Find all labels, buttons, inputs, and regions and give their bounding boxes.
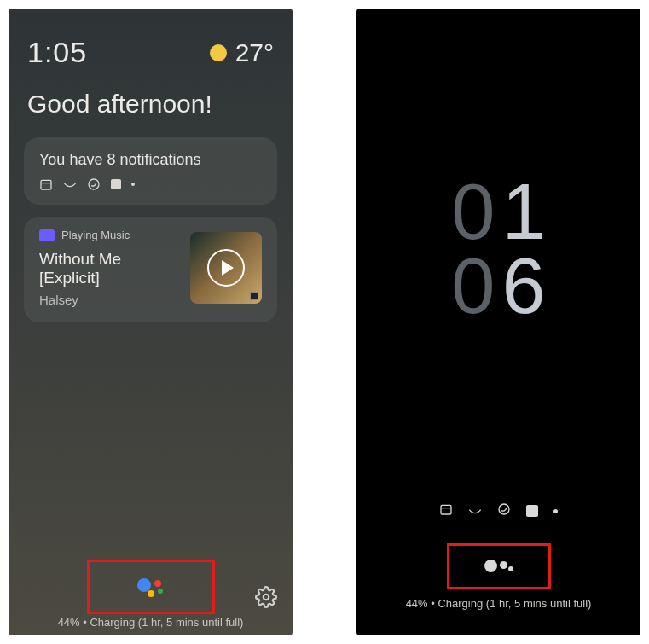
amazon-icon — [468, 503, 482, 519]
app-icon — [111, 179, 121, 189]
weather-widget[interactable]: 27° — [210, 38, 274, 67]
explicit-badge-icon — [250, 292, 258, 300]
weather-sun-icon — [210, 44, 227, 61]
more-indicator-icon — [131, 183, 135, 186]
track-artist: Halsey — [39, 293, 180, 307]
notification-app-icons — [39, 177, 262, 191]
clock-minute-ones: 6 — [502, 249, 546, 323]
bottom-bar: 44% • Charging (1 hr, 5 mins until full) — [9, 560, 293, 629]
notifications-title: You have 8 notifications — [39, 151, 262, 169]
svg-rect-0 — [41, 180, 51, 189]
assistant-dot-icon — [158, 589, 163, 594]
music-metadata: Playing Music Without Me [Explicit] Hals… — [39, 229, 180, 307]
assistant-dot-icon — [484, 560, 497, 572]
svg-marker-4 — [222, 260, 234, 276]
app-icon — [526, 505, 538, 517]
gear-icon — [255, 586, 277, 608]
assistant-button-highlight — [447, 543, 551, 589]
settings-button[interactable] — [255, 586, 277, 608]
google-assistant-button[interactable] — [484, 554, 513, 578]
assistant-dot-icon — [154, 580, 161, 587]
clock-hour-tens: 0 — [451, 175, 495, 249]
amazon-icon — [63, 177, 77, 191]
assistant-ambient-screen: 1:05 27° Good afternoon! You have 8 noti… — [9, 9, 293, 635]
clock-minute-tens: 0 — [451, 249, 495, 323]
notifications-card[interactable]: You have 8 notifications — [24, 137, 277, 205]
album-art[interactable] — [190, 232, 262, 304]
clock-time: 1:05 — [27, 36, 87, 69]
temperature-value: 27° — [235, 38, 274, 67]
assistant-button-highlight — [87, 560, 215, 614]
aod-clock: 0 1 0 6 — [356, 175, 640, 324]
music-app-icon — [39, 229, 55, 241]
clock-hour-ones: 1 — [502, 175, 546, 249]
play-icon[interactable] — [206, 248, 246, 287]
charging-status: 44% • Charging (1 hr, 5 mins until full) — [356, 597, 640, 610]
greeting-text: Good afternoon! — [9, 69, 293, 119]
whatsapp-icon — [497, 502, 511, 519]
svg-point-5 — [264, 595, 269, 600]
calendar-icon — [39, 177, 53, 191]
svg-point-2 — [89, 179, 99, 189]
whatsapp-icon — [87, 177, 101, 191]
charging-status: 44% • Charging (1 hr, 5 mins until full) — [9, 616, 293, 629]
svg-point-8 — [499, 504, 509, 514]
google-assistant-button[interactable] — [136, 571, 166, 602]
aod-notification-icons — [356, 502, 640, 519]
always-on-display-screen: 0 1 0 6 44% • Charging (1 hr, 5 mins unt… — [356, 9, 640, 635]
now-playing-card[interactable]: Playing Music Without Me [Explicit] Hals… — [24, 217, 277, 322]
track-title: Without Me [Explicit] — [39, 250, 180, 287]
assistant-dot-icon — [500, 561, 507, 569]
music-source-row: Playing Music — [39, 229, 180, 241]
svg-rect-6 — [441, 505, 451, 514]
assistant-dot-icon — [148, 590, 154, 597]
status-row: 1:05 27° — [9, 9, 293, 69]
more-indicator-icon — [553, 509, 558, 513]
music-source-label: Playing Music — [61, 229, 130, 241]
assistant-dot-icon — [508, 566, 513, 571]
calendar-icon — [439, 502, 453, 519]
